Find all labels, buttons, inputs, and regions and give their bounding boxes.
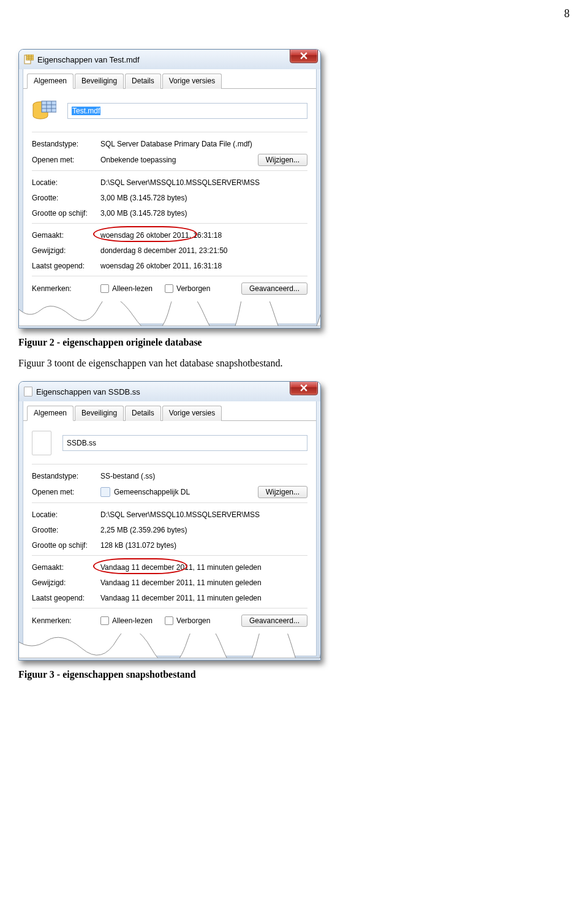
value-openen-met: Onbekende toepassing [100,156,176,164]
blank-file-icon [32,431,51,455]
label-kenmerken: Kenmerken: [32,616,100,625]
svg-rect-7 [42,101,56,112]
label-locatie: Locatie: [32,178,100,187]
label-gemaakt: Gemaakt: [32,231,100,240]
value-laatst-geopend: Vandaag 11 december 2011, 11 minuten gel… [100,594,307,602]
tab-beveiliging[interactable]: Beveiliging [75,406,124,421]
torn-edge [23,305,316,324]
value-grootte: 3,00 MB (3.145.728 bytes) [100,194,307,202]
geavanceerd-button[interactable]: Geavanceerd... [241,282,307,295]
value-gemaakt: Vandaag 11 december 2011, 11 minuten gel… [100,563,307,572]
label-grootte-schijf: Grootte op schijf: [32,209,100,218]
filename-field[interactable]: Test.mdf [67,103,307,119]
checkbox-verborgen[interactable]: Verborgen [165,284,210,293]
wijzigen-button[interactable]: Wijzigen... [258,154,307,166]
label-bestandstype: Bestandstype: [32,472,100,480]
value-locatie: D:\SQL Server\MSSQL10.MSSQLSERVER\MSS [100,178,307,187]
value-openen-met: Gemeenschappelijk DL [114,488,190,496]
body-text: Figuur 3 toont de eigenschappen van het … [18,358,570,369]
tab-details[interactable]: Details [125,406,161,421]
checkbox-verborgen[interactable]: Verborgen [165,616,210,625]
tab-beveiliging[interactable]: Beveiliging [75,74,124,89]
checkbox-alleen-lezen-label: Alleen-lezen [112,616,153,625]
label-gemaakt: Gemaakt: [32,563,100,572]
titlebar: Eigenschappen van Test.mdf [19,50,320,69]
label-openen-met: Openen met: [32,156,100,164]
checkbox-alleen-lezen[interactable]: Alleen-lezen [100,284,153,293]
checkbox-alleen-lezen-label: Alleen-lezen [112,284,153,293]
label-gewijzigd: Gewijzigd: [32,246,100,255]
value-bestandstype: SS-bestand (.ss) [100,472,307,480]
tab-details[interactable]: Details [125,74,161,89]
titlebar: Eigenschappen van SSDB.ss [19,382,320,401]
close-button[interactable] [290,49,318,63]
value-gemaakt: woensdag 26 oktober 2011, 16:31:18 [100,231,307,240]
filename-field[interactable]: SSDB.ss [62,435,307,451]
filename-text: SSDB.ss [67,439,96,447]
page-number: 8 [564,7,570,20]
label-kenmerken: Kenmerken: [32,284,100,293]
database-file-icon [32,99,56,123]
checkbox-verborgen-label: Verborgen [176,616,210,625]
figure-2-caption: Figuur 2 - eigenschappen originele datab… [18,337,570,348]
properties-dialog-1: Eigenschappen van Test.mdf Algemeen Beve… [18,49,320,328]
tab-vorige-versies[interactable]: Vorige versies [162,406,222,421]
window-title: Eigenschappen van Test.mdf [37,55,140,64]
label-grootte-schijf: Grootte op schijf: [32,541,100,550]
value-grootte-schijf: 128 kB (131.072 bytes) [100,541,307,550]
tab-algemeen[interactable]: Algemeen [27,406,74,421]
label-laatst-geopend: Laatst geopend: [32,594,100,602]
value-gewijzigd: donderdag 8 december 2011, 23:21:50 [100,246,307,255]
value-bestandstype: SQL Server Database Primary Data File (.… [100,140,307,148]
label-grootte: Grootte: [32,194,100,202]
app-icon [100,487,110,497]
tab-vorige-versies[interactable]: Vorige versies [162,74,222,89]
checkbox-verborgen-label: Verborgen [176,284,210,293]
value-gewijzigd: Vandaag 11 december 2011, 11 minuten gel… [100,578,307,587]
tabstrip: Algemeen Beveiliging Details Vorige vers… [23,401,316,421]
label-locatie: Locatie: [32,510,100,519]
label-bestandstype: Bestandstype: [32,140,100,148]
tabstrip: Algemeen Beveiliging Details Vorige vers… [23,69,316,89]
db-file-icon [24,55,34,64]
close-button[interactable] [290,381,318,395]
label-laatst-geopend: Laatst geopend: [32,262,100,270]
wijzigen-button[interactable]: Wijzigen... [258,486,307,498]
value-laatst-geopend: woensdag 26 oktober 2011, 16:31:18 [100,262,307,270]
properties-dialog-2: Eigenschappen van SSDB.ss Algemeen Bevei… [18,381,320,661]
geavanceerd-button[interactable]: Geavanceerd... [241,615,307,627]
value-grootte: 2,25 MB (2.359.296 bytes) [100,526,307,534]
file-icon [24,387,32,396]
svg-rect-1 [26,55,34,60]
filename-text: Test.mdf [72,107,100,115]
checkbox-alleen-lezen[interactable]: Alleen-lezen [100,616,153,625]
torn-edge [23,637,316,656]
tab-algemeen[interactable]: Algemeen [27,74,74,89]
label-openen-met: Openen met: [32,488,100,496]
window-title: Eigenschappen van SSDB.ss [36,387,140,396]
value-locatie: D:\SQL Server\MSSQL10.MSSQLSERVER\MSS [100,510,307,519]
label-gewijzigd: Gewijzigd: [32,578,100,587]
value-grootte-schijf: 3,00 MB (3.145.728 bytes) [100,209,307,218]
label-grootte: Grootte: [32,526,100,534]
figure-3-caption: Figuur 3 - eigenschappen snapshotbestand [18,669,570,680]
